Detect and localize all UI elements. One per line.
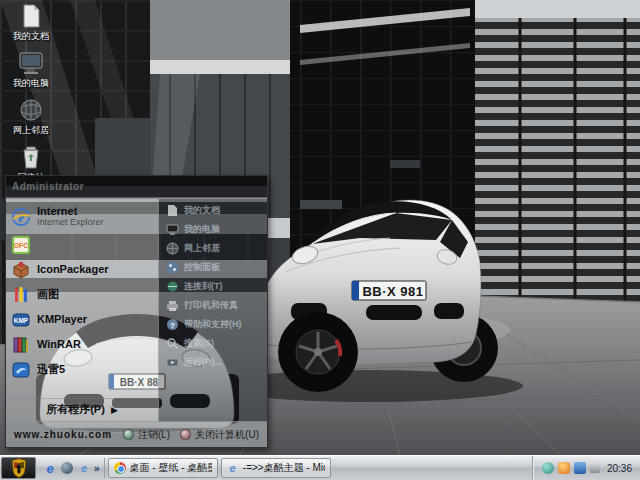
connect-to-icon (165, 280, 179, 294)
menu-item-label: 迅雷5 (37, 364, 65, 375)
menu-item-run[interactable]: 运行(R)... (159, 353, 267, 372)
chevron-right-icon: ▶ (111, 405, 118, 415)
menu-item-label: 控制面板 (184, 261, 220, 274)
log-off-label: 注销(L) (138, 428, 170, 442)
menu-item-network-places[interactable]: 网上邻居 (159, 239, 267, 258)
task-button-label: 桌面 - 壁纸 - 桌酷壁... (130, 461, 212, 475)
start-menu-left-column: e Internet Internet Explorer OFC (6, 199, 159, 422)
menu-item-label: 画图 (37, 289, 59, 300)
menu-item-thunder[interactable]: 迅雷5 (6, 357, 158, 382)
start-menu-footer: www.zhuoku.com 注销(L) 关闭计算机(U) (6, 421, 267, 447)
quick-launch-bar: e e » (39, 458, 105, 478)
desktop-screen: BB·X 981 我的文档 (0, 0, 640, 480)
kmplayer-icon: KMP (11, 310, 31, 330)
all-programs-label: 所有程序(P) (46, 402, 105, 417)
menu-item-label: 我的电脑 (184, 223, 220, 236)
quick-launch-overflow-chevron[interactable]: » (94, 463, 100, 474)
desktop-icon-label: 网上邻居 (13, 124, 49, 137)
taskbar-clock[interactable]: 20:36 (607, 463, 632, 474)
menu-item-label: 帮助和支持(H) (184, 318, 242, 331)
tray-volume-icon[interactable] (590, 463, 600, 473)
menu-item-control-panel[interactable]: 控制面板 (159, 258, 267, 277)
user-name: Administrator (12, 181, 84, 192)
menu-item-label: 连接到(T) (184, 280, 223, 293)
winrar-icon (11, 335, 31, 355)
menu-item-my-documents[interactable]: 我的文档 (159, 201, 267, 220)
my-documents-icon (18, 4, 44, 28)
menu-item-paint[interactable]: 画图 (6, 282, 158, 307)
svg-text:?: ? (170, 321, 175, 330)
tray-messenger-icon[interactable] (542, 462, 554, 474)
search-icon (165, 337, 179, 351)
log-off-icon (123, 429, 134, 440)
porsche-crest-icon (11, 458, 27, 478)
desktop: BB·X 981 我的文档 (0, 0, 640, 455)
thunder-icon (11, 360, 31, 380)
ofc-icon: OFC (11, 235, 31, 255)
help-icon: ? (165, 318, 179, 332)
shut-down-button[interactable]: 关闭计算机(U) (180, 428, 259, 442)
svg-text:e: e (18, 210, 24, 224)
menu-item-label: 打印机和传真 (184, 299, 238, 312)
iconpackager-icon (11, 260, 31, 280)
svg-text:OFC: OFC (14, 242, 29, 249)
menu-item-search[interactable]: 搜索(S) (159, 334, 267, 353)
menu-item-label: 运行(R)... (184, 356, 222, 369)
desktop-icon-network-places[interactable]: 网上邻居 (2, 98, 60, 139)
system-tray: 20:36 (532, 456, 639, 480)
desktop-icon-my-documents[interactable]: 我的文档 (2, 4, 60, 45)
menu-item-label: 搜索(S) (184, 337, 214, 350)
menu-item-internet[interactable]: e Internet Internet Explorer (6, 201, 158, 232)
task-button-label: -=>>桌酷主题 - Mic... (243, 461, 325, 475)
menu-item-label: 我的文档 (184, 204, 220, 217)
menu-item-label: KMPlayer (37, 314, 87, 325)
all-programs-button[interactable]: 所有程序(P) ▶ (6, 398, 158, 420)
menu-item-label: IconPackager (37, 264, 109, 275)
menu-item-iconpackager[interactable]: IconPackager (6, 257, 158, 282)
printer-icon (165, 299, 179, 313)
internet-explorer-icon: e (11, 207, 31, 227)
start-menu: BB·X 88 Administrator e Internet Interne… (5, 175, 268, 448)
start-button[interactable] (1, 457, 36, 479)
taskbar: e e » 桌面 - 壁纸 - 桌酷壁... e -=>>桌酷主题 - Mic.… (0, 455, 640, 480)
license-plate-front: BB·X 981 (352, 281, 426, 300)
shut-down-icon (180, 429, 191, 440)
quick-launch-browser-icon[interactable]: e (77, 461, 91, 475)
menu-item-winrar[interactable]: WinRAR (6, 332, 158, 357)
tray-network-icon[interactable] (574, 462, 586, 474)
log-off-button[interactable]: 注销(L) (123, 428, 170, 442)
menu-item-ofc[interactable]: OFC (6, 232, 158, 257)
menu-item-printers[interactable]: 打印机和传真 (159, 296, 267, 315)
menu-item-label: Internet (37, 206, 104, 217)
desktop-icon-label: 我的电脑 (13, 77, 49, 90)
menu-item-kmplayer[interactable]: KMP KMPlayer (6, 307, 158, 332)
menu-item-label: WinRAR (37, 339, 81, 350)
recycle-bin-icon (18, 145, 44, 169)
task-button-wallpaper-page[interactable]: 桌面 - 壁纸 - 桌酷壁... (108, 458, 218, 478)
network-places-icon (165, 242, 179, 256)
start-menu-body: e Internet Internet Explorer OFC (6, 199, 267, 422)
zhuoku-watermark: www.zhuoku.com (14, 429, 112, 440)
quick-launch-media-icon[interactable] (60, 461, 74, 475)
network-places-icon (18, 98, 44, 122)
menu-item-label: 网上邻居 (184, 242, 220, 255)
desktop-icon-list: 我的文档 我的电脑 网上邻居 回收站 (2, 4, 62, 192)
menu-item-help[interactable]: ? 帮助和支持(H) (159, 315, 267, 334)
menu-item-connect-to[interactable]: 连接到(T) (159, 277, 267, 296)
desktop-icon-label: 我的文档 (13, 30, 49, 43)
start-menu-header: Administrator (6, 176, 267, 198)
control-panel-icon (165, 261, 179, 275)
run-icon (165, 356, 179, 370)
tray-download-icon[interactable] (558, 462, 570, 474)
license-plate-text: BB·X 981 (362, 284, 423, 299)
start-menu-right-column: 我的文档 我的电脑 网上邻居 (159, 199, 267, 422)
desktop-icon-my-computer[interactable]: 我的电脑 (2, 51, 60, 92)
my-computer-icon (165, 223, 179, 237)
quick-launch-ie-icon[interactable]: e (43, 461, 57, 475)
my-computer-icon (18, 51, 44, 75)
ie-icon: e (227, 461, 239, 475)
menu-item-my-computer[interactable]: 我的电脑 (159, 220, 267, 239)
task-button-theme-page[interactable]: e -=>>桌酷主题 - Mic... (221, 458, 331, 478)
menu-item-sublabel: Internet Explorer (37, 217, 104, 227)
paint-pencils-icon (11, 285, 31, 305)
